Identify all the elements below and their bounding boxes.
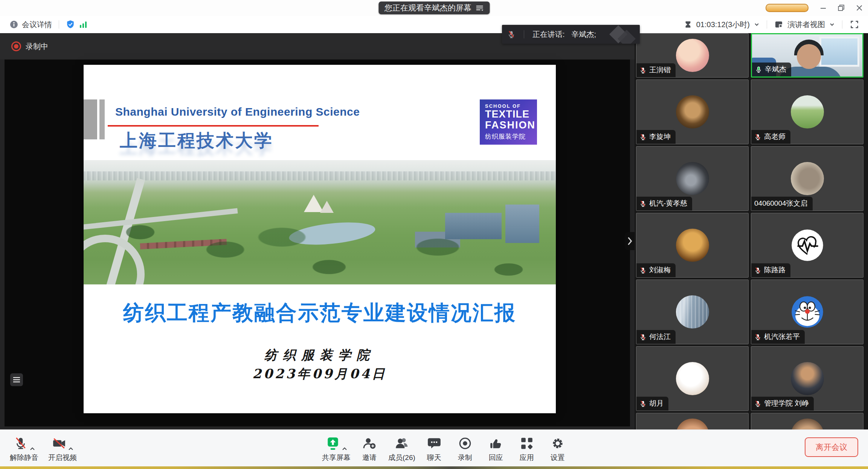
mic-muted-icon [507, 30, 516, 38]
chevron-up-icon[interactable] [342, 447, 347, 451]
chat-icon [427, 436, 441, 451]
mic-muted-icon [754, 133, 761, 141]
participant-name-tag: 何法江 [636, 330, 676, 344]
participant-name-tag: 陈路路 [751, 263, 790, 277]
unmute-button[interactable]: 解除静音 [10, 434, 38, 463]
presentation-slide: Shanghai University of Engineering Scien… [84, 65, 556, 413]
participant-name-tag: 高老师 [751, 130, 790, 144]
meeting-details-button[interactable]: 会议详情 [22, 20, 52, 30]
participant-tile[interactable] [751, 413, 863, 429]
participant-tile[interactable]: 王润锴 [636, 33, 749, 78]
participant-tile[interactable]: 管理学院 刘峥 [751, 346, 863, 411]
participant-tile[interactable]: 何法江 [636, 280, 749, 344]
school-logo: SCHOOL OF TEXTILE FASHION 纺织服装学院 [480, 99, 537, 145]
participant-avatar [676, 419, 709, 429]
members-button[interactable]: 成员(26) [388, 434, 415, 463]
participant-avatar [791, 419, 824, 429]
divider [59, 20, 59, 29]
participant-tile[interactable]: 李旋坤 [636, 79, 749, 144]
participant-tile[interactable]: 胡月 [636, 346, 749, 411]
participant-avatar [791, 95, 824, 128]
settings-button[interactable]: 设置 [546, 434, 570, 463]
university-name-en: Shanghai University of Engineering Scien… [115, 105, 360, 118]
members-icon [395, 436, 409, 451]
chevron-up-icon[interactable] [30, 447, 35, 451]
participant-tile[interactable] [636, 413, 749, 429]
meeting-window: 您正在观看辛斌杰的屏幕 会议详情 [0, 0, 868, 469]
title-bar: 您正在观看辛斌杰的屏幕 [0, 0, 868, 16]
participant-tile-active-speaker[interactable]: 辛斌杰 [751, 33, 863, 78]
participant-tile[interactable]: 04060004张文启 [751, 146, 863, 211]
participant-name-tag: 胡月 [636, 397, 668, 411]
minimize-icon[interactable] [820, 5, 827, 11]
chat-button[interactable]: 聊天 [422, 434, 446, 463]
share-screen-button[interactable]: 共享屏幕 [322, 434, 351, 463]
divider [524, 30, 524, 38]
apps-grid-icon [520, 436, 534, 451]
security-shield-icon[interactable] [66, 20, 75, 29]
participant-avatar [676, 229, 709, 262]
participant-avatar [791, 229, 824, 262]
panel-collapse-arrow[interactable] [625, 232, 635, 250]
apps-button[interactable]: 应用 [515, 434, 539, 463]
participant-tile[interactable]: 机汽-黄孝慈 [636, 146, 749, 211]
campus-photo [84, 160, 556, 284]
mic-muted-icon [754, 333, 761, 341]
participant-avatar [791, 295, 824, 328]
invite-button[interactable]: 邀请 [357, 434, 381, 463]
chevron-down-icon[interactable] [830, 23, 834, 26]
desktop-edge-strip [0, 466, 868, 469]
reaction-hand-icon [489, 436, 503, 451]
mic-muted-icon [639, 133, 647, 141]
view-mode-button[interactable]: 演讲者视图 [787, 20, 825, 30]
participant-avatar [676, 362, 709, 395]
recording-dot-icon [11, 41, 21, 51]
participant-tile[interactable]: 高老师 [751, 79, 863, 144]
mic-muted-icon [639, 267, 647, 274]
gear-icon [551, 436, 565, 451]
participant-name-tag: 刘淑梅 [636, 263, 676, 277]
participant-name-tag: 辛斌杰 [752, 63, 791, 76]
reaction-button[interactable]: 回应 [484, 434, 508, 463]
speaking-prefix: 正在讲话: [532, 29, 565, 40]
university-name-zh: 上海工程技术大学 [120, 129, 273, 153]
close-icon[interactable] [856, 5, 863, 11]
window-controls [766, 0, 863, 16]
network-signal-icon[interactable] [79, 20, 88, 29]
layout-view-icon [775, 20, 783, 29]
chevron-down-icon[interactable] [754, 23, 759, 26]
banner-menu-icon[interactable] [476, 5, 484, 11]
mic-muted-icon [639, 67, 647, 74]
participant-name-tag: 王润锴 [636, 63, 676, 77]
start-video-button[interactable]: 开启视频 [48, 434, 77, 463]
participant-tile[interactable]: 陈路路 [751, 213, 863, 278]
bottom-toolbar: 解除静音 开启视频 [0, 429, 868, 467]
restore-icon[interactable] [838, 5, 845, 11]
participant-avatar [676, 162, 709, 195]
participant-avatar [791, 162, 824, 195]
record-button[interactable]: 录制 [453, 434, 477, 463]
slide-subtitle-date: 2023年09月04日 [84, 365, 556, 383]
recording-label: 录制中 [26, 41, 48, 52]
participant-name-tag: 04060004张文启 [751, 197, 813, 211]
meeting-timer[interactable]: 01:03:12(3小时) [696, 20, 750, 30]
ecg-heart-avatar [791, 229, 824, 262]
chevron-up-icon[interactable] [68, 447, 73, 451]
leave-meeting-button[interactable]: 离开会议 [805, 437, 858, 457]
fullscreen-icon[interactable] [850, 20, 859, 29]
participant-tile[interactable]: 刘淑梅 [636, 213, 749, 278]
watching-screen-banner[interactable]: 您正在观看辛斌杰的屏幕 [378, 2, 490, 14]
shared-screen-area: 录制中 Shanghai University of Engineering S… [0, 33, 635, 429]
doraemon-avatar [791, 295, 824, 328]
participant-name-tag: 李旋坤 [636, 130, 676, 144]
slide-decor-bar [99, 99, 105, 139]
speaking-indicator-bar: 正在讲话: 辛斌杰; [502, 25, 640, 44]
participant-avatar [676, 39, 709, 72]
info-icon[interactable] [10, 20, 18, 29]
participants-panel: 王润锴 辛斌杰 李旋坤 高老师 [635, 33, 868, 429]
participant-tile[interactable]: 机汽张若平 [751, 280, 863, 344]
shared-screen-content: Shanghai University of Engineering Scien… [5, 60, 630, 426]
annotation-toolbar-toggle[interactable] [10, 373, 23, 386]
mic-muted-icon [754, 400, 761, 407]
participant-avatar [676, 95, 709, 128]
